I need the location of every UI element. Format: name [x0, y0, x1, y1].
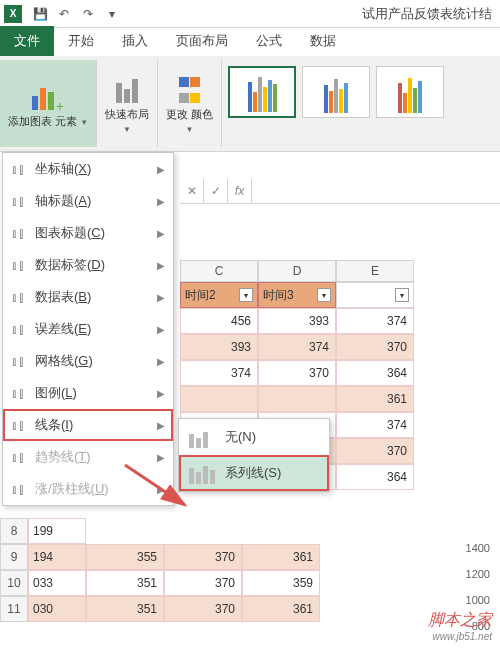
submenu-series-lines[interactable]: 系列线(S): [179, 455, 329, 491]
filter-dropdown-icon[interactable]: ▾: [317, 288, 331, 302]
cell[interactable]: 361: [336, 386, 414, 412]
menu-item-gridline[interactable]: ⫾⫿网格线(G)▶: [3, 345, 173, 377]
table-row: 9194355370361: [0, 544, 320, 570]
enter-icon[interactable]: ✓: [204, 179, 228, 203]
cell[interactable]: 374: [258, 334, 336, 360]
menu-item-dataTable[interactable]: ⫾⫿数据表(B)▶: [3, 281, 173, 313]
redo-icon[interactable]: ↷: [78, 4, 98, 24]
row-header[interactable]: 9: [0, 544, 28, 570]
cell[interactable]: 361: [242, 596, 320, 622]
cell[interactable]: 374: [180, 360, 258, 386]
menu-item-legend[interactable]: ⫾⫿图例(L)▶: [3, 377, 173, 409]
menu-label: 图表标题(C): [35, 224, 105, 242]
chart-icon: ⫾⫿: [11, 289, 35, 305]
chevron-right-icon: ▶: [157, 356, 165, 367]
cell[interactable]: 361: [242, 544, 320, 570]
cell[interactable]: 194: [28, 544, 86, 570]
filter-dropdown-icon[interactable]: ▾: [395, 288, 409, 302]
cell[interactable]: 370: [336, 438, 414, 464]
chart-icon: ⫾⫿: [11, 257, 35, 273]
qat-dropdown-icon[interactable]: ▾: [102, 4, 122, 24]
row-header[interactable]: 11: [0, 596, 28, 622]
column-headers: C D E: [180, 260, 500, 282]
cell[interactable]: 370: [258, 360, 336, 386]
header-empty[interactable]: ▾: [336, 282, 414, 308]
cell[interactable]: 370: [164, 570, 242, 596]
lines-submenu: 无(N) 系列线(S): [178, 418, 330, 492]
menu-item-lines[interactable]: ⫾⫿线条(I)▶: [3, 409, 173, 441]
tab-formula[interactable]: 公式: [242, 26, 296, 56]
change-color-button[interactable]: 更改 颜色▼: [158, 60, 222, 147]
chevron-right-icon: ▶: [157, 260, 165, 271]
table-row: 361: [180, 386, 500, 412]
table-row: 456393374: [180, 308, 500, 334]
cell[interactable]: 364: [336, 464, 414, 490]
cell[interactable]: 199: [28, 518, 86, 544]
header-time2[interactable]: 时间2▾: [180, 282, 258, 308]
menu-item-updown: ⫾⫿涨/跌柱线(U)▶: [3, 473, 173, 505]
tab-insert[interactable]: 插入: [108, 26, 162, 56]
cell[interactable]: 033: [28, 570, 86, 596]
cell[interactable]: 456: [180, 308, 258, 334]
cell[interactable]: 030: [28, 596, 86, 622]
menu-label: 数据表(B): [35, 288, 91, 306]
cell[interactable]: [180, 386, 258, 412]
add-chart-element-button[interactable]: + 添加图表 元素 ▼: [0, 60, 97, 147]
quick-layout-button[interactable]: 快速布局▼: [97, 60, 158, 147]
menu-label: 坐标轴(X): [35, 160, 91, 178]
chart-style-1[interactable]: [228, 66, 296, 118]
chart-icon: ⫾⫿: [11, 193, 35, 209]
tab-home[interactable]: 开始: [54, 26, 108, 56]
cell[interactable]: 370: [336, 334, 414, 360]
menu-label: 趋势线(T): [35, 448, 91, 466]
chevron-right-icon: ▶: [157, 452, 165, 463]
menu-label: 数据标签(D): [35, 256, 105, 274]
menu-item-axisTitle[interactable]: ⫾⫿轴标题(A)▶: [3, 185, 173, 217]
chart-style-3[interactable]: [376, 66, 444, 118]
cancel-icon[interactable]: ✕: [180, 179, 204, 203]
menu-label: 图例(L): [35, 384, 77, 402]
cell[interactable]: 393: [258, 308, 336, 334]
cell[interactable]: 370: [164, 596, 242, 622]
cell[interactable]: [258, 386, 336, 412]
tab-data[interactable]: 数据: [296, 26, 350, 56]
cell[interactable]: 355: [86, 544, 164, 570]
header-time3[interactable]: 时间3▾: [258, 282, 336, 308]
row-header[interactable]: 10: [0, 570, 28, 596]
tab-page-layout[interactable]: 页面布局: [162, 26, 242, 56]
chart-icon: ⫾⫿: [11, 449, 35, 465]
cell[interactable]: 359: [242, 570, 320, 596]
col-header-c[interactable]: C: [180, 260, 258, 282]
cell[interactable]: 393: [180, 334, 258, 360]
chevron-right-icon: ▶: [157, 420, 165, 431]
menu-label: 轴标题(A): [35, 192, 91, 210]
fx-icon[interactable]: fx: [228, 179, 252, 203]
submenu-none[interactable]: 无(N): [179, 419, 329, 455]
chart-icon: ⫾⫿: [11, 353, 35, 369]
row-header[interactable]: 8: [0, 518, 28, 544]
menu-item-axis[interactable]: ⫾⫿坐标轴(X)▶: [3, 153, 173, 185]
chart-icon: ⫾⫿: [11, 321, 35, 337]
cell[interactable]: 374: [336, 412, 414, 438]
menu-label: 误差线(E): [35, 320, 91, 338]
cell[interactable]: 351: [86, 596, 164, 622]
none-icon: [189, 426, 217, 448]
cell[interactable]: 374: [336, 308, 414, 334]
col-header-d[interactable]: D: [258, 260, 336, 282]
cell[interactable]: 370: [164, 544, 242, 570]
save-icon[interactable]: 💾: [30, 4, 50, 24]
tab-file[interactable]: 文件: [0, 26, 54, 56]
filter-dropdown-icon[interactable]: ▾: [239, 288, 253, 302]
cell[interactable]: 351: [86, 570, 164, 596]
undo-icon[interactable]: ↶: [54, 4, 74, 24]
chart-style-2[interactable]: [302, 66, 370, 118]
col-header-e[interactable]: E: [336, 260, 414, 282]
cell[interactable]: 364: [336, 360, 414, 386]
chart-icon: ⫾⫿: [11, 481, 35, 497]
chart-styles: [222, 60, 450, 147]
menu-label: 网格线(G): [35, 352, 93, 370]
menu-item-errorBar[interactable]: ⫾⫿误差线(E)▶: [3, 313, 173, 345]
menu-item-dataLabel[interactable]: ⫾⫿数据标签(D)▶: [3, 249, 173, 281]
quick-layout-label: 快速布局▼: [105, 107, 149, 136]
menu-item-chartTitle[interactable]: ⫾⫿图表标题(C)▶: [3, 217, 173, 249]
